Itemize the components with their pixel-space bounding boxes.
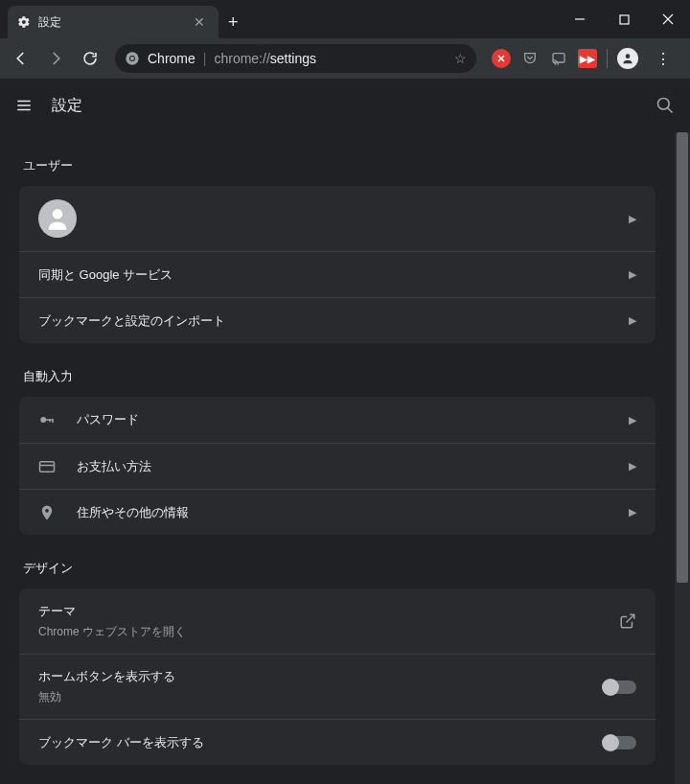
page-title: 設定 bbox=[52, 96, 82, 116]
omnibox[interactable]: Chrome | chrome://settings ☆ bbox=[115, 44, 476, 73]
theme-row[interactable]: テーマ Chrome ウェブストアを開く bbox=[19, 588, 656, 654]
chevron-right-icon: ▶ bbox=[629, 414, 636, 427]
svg-rect-19 bbox=[40, 461, 55, 472]
chevron-right-icon: ▶ bbox=[629, 460, 636, 473]
extension-red-box-icon[interactable]: ▶▶ bbox=[578, 49, 597, 68]
titlebar: 設定 ✕ + bbox=[0, 0, 690, 38]
svg-point-6 bbox=[130, 57, 134, 60]
omnibox-separator: | bbox=[203, 51, 207, 66]
scrollbar[interactable] bbox=[675, 132, 690, 784]
chrome-menu-button[interactable]: ⋮ bbox=[648, 50, 678, 68]
row-label: 同期と Google サービス bbox=[38, 266, 629, 284]
avatar-icon bbox=[38, 199, 77, 238]
search-button[interactable] bbox=[656, 96, 675, 115]
scroll-thumb[interactable] bbox=[677, 132, 688, 583]
chevron-right-icon: ▶ bbox=[629, 506, 636, 519]
autofill-card: パスワード ▶ お支払い方法 ▶ 住所やその他の情報 ▶ bbox=[19, 397, 656, 535]
row-label: ブックマークと設定のインポート bbox=[38, 312, 629, 330]
section-title-user: ユーザー bbox=[0, 132, 675, 186]
location-icon bbox=[38, 504, 65, 521]
sync-services-row[interactable]: 同期と Google サービス ▶ bbox=[19, 251, 656, 297]
profile-avatar-icon[interactable] bbox=[617, 48, 638, 69]
toolbar: Chrome | chrome://settings ☆ ▶▶ ⋮ bbox=[0, 38, 690, 79]
svg-line-13 bbox=[668, 108, 673, 113]
close-tab-button[interactable]: ✕ bbox=[190, 12, 209, 32]
credit-card-icon bbox=[38, 458, 65, 475]
new-tab-button[interactable]: + bbox=[218, 7, 248, 38]
profile-row[interactable]: ▶ bbox=[19, 186, 656, 251]
external-link-icon bbox=[619, 612, 636, 630]
chevron-right-icon: ▶ bbox=[629, 213, 636, 225]
extension-icons: ▶▶ ⋮ bbox=[486, 48, 684, 69]
svg-rect-1 bbox=[620, 15, 629, 24]
row-label: ホームボタンを表示する bbox=[38, 668, 604, 685]
home-button-row[interactable]: ホームボタンを表示する 無効 bbox=[19, 654, 656, 719]
settings-content: ユーザー ▶ 同期と Google サービス ▶ ブックマークと設定のインポート… bbox=[0, 132, 675, 784]
section-title-autofill: 自動入力 bbox=[0, 343, 675, 397]
chrome-logo-icon bbox=[125, 51, 140, 66]
gear-icon bbox=[17, 15, 31, 29]
row-sublabel: Chrome ウェブストアを開く bbox=[38, 624, 619, 640]
tab-title: 設定 bbox=[38, 14, 190, 31]
hamburger-menu-button[interactable] bbox=[15, 97, 33, 114]
close-window-button[interactable] bbox=[646, 0, 690, 38]
back-button[interactable] bbox=[6, 43, 36, 74]
home-button-toggle[interactable] bbox=[604, 680, 636, 694]
chevron-right-icon: ▶ bbox=[629, 268, 636, 281]
section-title-appearance: デザイン bbox=[0, 535, 675, 588]
appearance-card: テーマ Chrome ウェブストアを開く ホームボタンを表示する 無効 ブックマ… bbox=[19, 588, 656, 765]
chevron-right-icon: ▶ bbox=[629, 314, 636, 327]
omnibox-chrome-label: Chrome bbox=[148, 51, 196, 66]
key-icon bbox=[38, 411, 65, 428]
bookmarks-bar-toggle[interactable] bbox=[604, 736, 636, 749]
settings-header: 設定 bbox=[0, 79, 690, 132]
maximize-button[interactable] bbox=[602, 0, 646, 38]
svg-point-15 bbox=[40, 417, 46, 423]
row-label: お支払い方法 bbox=[77, 458, 629, 475]
svg-point-14 bbox=[53, 209, 63, 219]
import-bookmarks-row[interactable]: ブックマークと設定のインポート ▶ bbox=[19, 297, 656, 343]
browser-tab[interactable]: 設定 ✕ bbox=[8, 6, 218, 38]
passwords-row[interactable]: パスワード ▶ bbox=[19, 397, 656, 443]
payment-methods-row[interactable]: お支払い方法 ▶ bbox=[19, 443, 656, 489]
pocket-icon[interactable] bbox=[520, 49, 540, 68]
svg-rect-7 bbox=[553, 54, 564, 62]
svg-point-12 bbox=[658, 99, 670, 110]
row-label: ブックマーク バーを表示する bbox=[38, 734, 604, 751]
bookmarks-bar-row[interactable]: ブックマーク バーを表示する bbox=[19, 719, 656, 765]
bookmark-star-icon[interactable]: ☆ bbox=[454, 51, 467, 66]
window-controls bbox=[558, 0, 690, 38]
extension-separator bbox=[607, 49, 608, 68]
row-label: 住所やその他の情報 bbox=[77, 504, 629, 521]
user-card: ▶ 同期と Google サービス ▶ ブックマークと設定のインポート ▶ bbox=[19, 186, 656, 343]
row-sublabel: 無効 bbox=[38, 689, 604, 705]
svg-line-21 bbox=[627, 614, 634, 622]
addresses-row[interactable]: 住所やその他の情報 ▶ bbox=[19, 489, 656, 535]
minimize-button[interactable] bbox=[558, 0, 602, 38]
omnibox-url: chrome://settings bbox=[214, 51, 316, 66]
row-label: テーマ bbox=[38, 603, 619, 620]
svg-point-8 bbox=[626, 54, 631, 58]
cast-icon[interactable] bbox=[549, 49, 568, 68]
svg-rect-17 bbox=[52, 419, 54, 423]
extension-red-circle-icon[interactable] bbox=[492, 49, 511, 68]
row-label: パスワード bbox=[77, 411, 629, 428]
svg-rect-18 bbox=[49, 419, 51, 422]
reload-button[interactable] bbox=[75, 43, 105, 74]
forward-button[interactable] bbox=[40, 43, 71, 74]
